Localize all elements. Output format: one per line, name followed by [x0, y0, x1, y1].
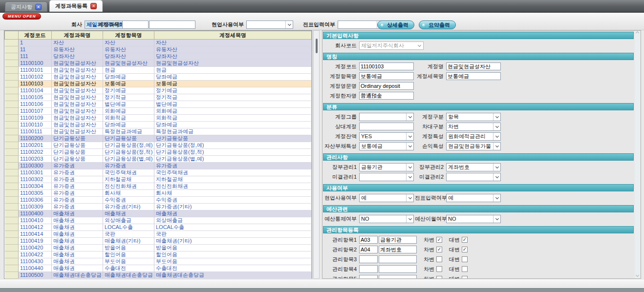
table-row[interactable]: 11100306유가증권수익증권수익증권 — [5, 197, 312, 204]
table-row[interactable]: 11100105현금및현금성자산정기적금정기적금 — [5, 94, 312, 101]
account-code-input[interactable] — [359, 63, 414, 70]
table-row[interactable]: 11100500매출채권대손충당금매출채권대손충당금매출채권대손충당금 — [5, 272, 312, 279]
table-row[interactable]: 11100422매출채권할인어음할인어음 — [5, 251, 312, 258]
row-selector[interactable] — [5, 224, 19, 231]
row-selector[interactable] — [5, 258, 19, 265]
row-selector[interactable] — [5, 67, 19, 74]
mgmt-item-2-name-input[interactable] — [379, 246, 417, 253]
table-row[interactable]: 11100419매출채권매출채권(기타)매출채권(기타) — [5, 238, 312, 245]
debit-credit-class-select[interactable]: 차변 — [446, 123, 501, 131]
tab-close-icon[interactable]: ✕ — [90, 3, 97, 9]
account-hanja-name-input[interactable] — [359, 92, 414, 100]
account-detail-name-input[interactable] — [446, 72, 501, 80]
row-selector[interactable] — [5, 87, 19, 94]
row-selector[interactable] — [5, 94, 19, 101]
table-row[interactable]: 11100302유가증권지하철공채지하철공채 — [5, 176, 312, 183]
row-selector[interactable] — [5, 183, 19, 190]
table-row[interactable]: 11100101현금및현금성자산현금현금 — [5, 67, 312, 74]
mgmt-item-2-credit-checkbox[interactable]: ✓ — [462, 247, 468, 252]
mgmt-item-5-name-input[interactable] — [379, 275, 417, 279]
row-selector[interactable] — [5, 163, 19, 169]
field-use-filter-select[interactable] — [246, 21, 293, 29]
row-selector[interactable] — [5, 53, 19, 60]
account-name-input[interactable] — [446, 63, 501, 70]
mgmt-item-4-credit-checkbox[interactable] — [462, 266, 468, 272]
table-row[interactable]: 11100103현금및현금성자산보통예금보통예금 — [5, 81, 312, 87]
row-selector[interactable] — [5, 115, 19, 122]
mgmt-item-1-credit-checkbox[interactable]: ✓ — [462, 237, 468, 243]
row-selector[interactable] — [5, 101, 19, 108]
book-mgmt-2-select[interactable]: 계좌번호 — [446, 163, 501, 171]
table-row[interactable]: 11100107현금및현금성자산외화예금외화예금 — [5, 108, 312, 115]
row-selector[interactable] — [5, 272, 19, 279]
account-attribute-select[interactable]: 원화예적금관리 — [446, 132, 501, 141]
row-selector[interactable] — [5, 265, 19, 272]
account-balance-select[interactable]: YES — [359, 132, 414, 141]
table-scrollbar[interactable] — [313, 30, 320, 279]
mgmt-item-4-debit-checkbox[interactable] — [436, 266, 442, 272]
table-row[interactable]: 11100300유가증권유가증권유가증권 — [5, 163, 312, 169]
counter-account-input[interactable] — [359, 123, 414, 130]
table-row[interactable]: 11100100현금및현금성자산현금및현금성자산현금및현금성자산 — [5, 60, 312, 67]
mgmt-item-4-name-input[interactable] — [379, 265, 417, 273]
mgmt-item-3-code-input[interactable] — [359, 255, 378, 263]
row-selector[interactable] — [5, 197, 19, 204]
table-row[interactable]: 11100305유가증권회사채회사채 — [5, 190, 312, 197]
row-selector[interactable] — [5, 81, 19, 87]
slip-entry-yn-select[interactable]: 예 — [446, 194, 501, 202]
mgmt-item-5-debit-checkbox[interactable] — [436, 276, 442, 279]
book-mgmt-1-select[interactable]: 금융기관 — [359, 163, 414, 171]
mgmt-item-3-name-input[interactable] — [379, 255, 417, 263]
row-selector[interactable] — [5, 60, 19, 67]
row-selector[interactable] — [5, 135, 19, 142]
tab-close-icon[interactable]: ✕ — [35, 4, 42, 10]
row-selector[interactable] — [5, 245, 19, 251]
mgmt-item-5-credit-checkbox[interactable] — [462, 276, 468, 279]
table-row[interactable]: 111당좌자산당좌자산당좌자산 — [5, 53, 312, 60]
profit-loss-attribute-select[interactable]: 현금및현금등가물 — [446, 142, 501, 150]
table-row[interactable]: 11100106현금및현금성자산별단예금별단예금 — [5, 101, 312, 108]
row-selector[interactable] — [5, 231, 19, 238]
row-selector[interactable] — [5, 122, 19, 128]
row-selector[interactable] — [5, 46, 19, 53]
table-row[interactable]: 11100102현금및현금성자산당좌예금당좌예금 — [5, 74, 312, 81]
mgmt-item-5-code-input[interactable] — [359, 275, 378, 279]
row-selector[interactable] — [5, 169, 19, 176]
mgmt-item-3-debit-checkbox[interactable] — [436, 256, 442, 262]
mgmt-item-2-debit-checkbox[interactable]: ✓ — [436, 247, 442, 252]
row-selector[interactable] — [5, 238, 19, 245]
table-row[interactable]: 11100410매출채권외상매출금외상매출금 — [5, 217, 312, 224]
table-row[interactable]: 11100301유가증권국민주택채권국민주택채권 — [5, 169, 312, 176]
table-row[interactable]: 11100110현금및현금성자산당좌예금당좌예금 — [5, 122, 312, 128]
table-row[interactable]: 11100304유가증권전신전화채권전신전화채권 — [5, 183, 312, 190]
row-selector[interactable] — [5, 74, 19, 81]
account-class-select[interactable]: 항목 — [446, 113, 501, 121]
row-selector[interactable] — [5, 204, 19, 210]
table-row[interactable]: 11100104현금및현금성자산정기예금정기예금 — [5, 87, 312, 94]
tab-account-registration[interactable]: 계정과목등록 ✕ — [49, 0, 103, 12]
table-row[interactable]: 11100111현금및현금성자산특정현금과예금특정현금과예금 — [5, 128, 312, 135]
row-selector[interactable] — [5, 210, 19, 217]
open-mgmt-1-select[interactable] — [359, 173, 414, 181]
table-row[interactable]: 11100202단기금융상품단기금융상품(정,적)단기금융상품(정,적) — [5, 149, 312, 156]
table-row[interactable]: 11100203단기금융상품단기금융상품(별,예)단기금융상품(별,예) — [5, 156, 312, 163]
table-row[interactable]: 11100414매출채권국판국판 — [5, 231, 312, 238]
account-english-name-input[interactable] — [359, 82, 414, 90]
scrollbar-thumb[interactable] — [316, 39, 318, 53]
table-row[interactable]: 1자산자산자산 — [5, 40, 312, 46]
table-row[interactable]: 11100309유가증권유가증권(기타)유가증권(기타) — [5, 204, 312, 210]
row-selector[interactable] — [5, 142, 19, 149]
tab-notice[interactable]: 공지사항 ✕ — [5, 1, 47, 12]
mgmt-item-3-credit-checkbox[interactable] — [462, 256, 468, 262]
table-row[interactable]: 11100440매출채권수출대전수출대전 — [5, 265, 312, 272]
mgmt-item-4-code-input[interactable] — [359, 265, 378, 273]
budget-control-yn-select[interactable]: NO — [359, 215, 414, 223]
detail-print-button[interactable]: 상세출력 — [377, 21, 414, 29]
table-row[interactable]: 11유동자산유동자산유동자산 — [5, 46, 312, 53]
mgmt-item-1-code-input[interactable] — [359, 236, 378, 244]
row-selector[interactable] — [5, 128, 19, 135]
mgmt-item-2-code-input[interactable] — [359, 246, 378, 253]
mgmt-item-1-debit-checkbox[interactable]: ✓ — [436, 237, 442, 243]
asset-liability-attribute-select[interactable]: 보통예금 — [359, 142, 414, 150]
company-code-select[interactable]: 제일저지주식회사 — [359, 42, 424, 50]
